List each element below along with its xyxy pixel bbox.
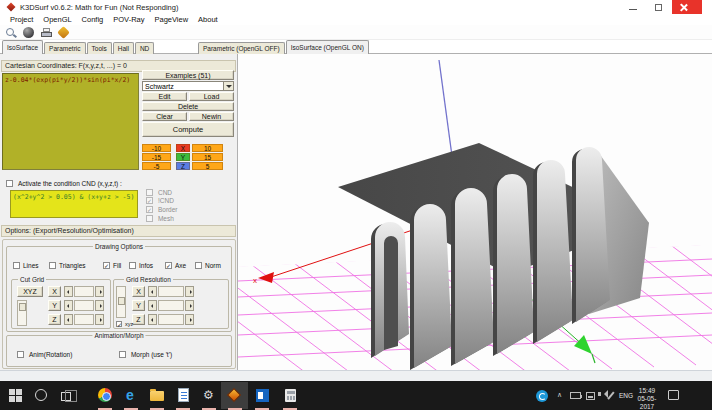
photos-app-icon[interactable] xyxy=(256,389,269,402)
chevron-down-icon[interactable] xyxy=(223,82,233,90)
cutgrid-y-slider[interactable] xyxy=(74,300,94,311)
maximize-button[interactable] xyxy=(648,0,670,15)
cutgrid-z-slider[interactable] xyxy=(74,314,94,325)
examples-button[interactable]: Examples (51) xyxy=(142,70,234,80)
cutgrid-z-right-arrow-icon[interactable] xyxy=(95,314,104,325)
tab-parametric-opengl-off[interactable]: Parametric (OpenGL OFF) xyxy=(198,42,285,54)
formula-editor[interactable]: z-0.04*(exp(pi*y/2))*sin(pi*x/2) xyxy=(2,73,139,170)
norm-checkbox[interactable] xyxy=(195,262,202,269)
display-icon[interactable] xyxy=(586,392,595,400)
gridres-x-slider[interactable] xyxy=(158,286,184,297)
gridres-y-left-arrow-icon[interactable] xyxy=(148,300,157,311)
cutgrid-vertical-slider[interactable] xyxy=(17,300,27,326)
battery-icon[interactable] xyxy=(570,392,581,399)
calculator-icon[interactable] xyxy=(285,389,296,402)
task-view-icon[interactable] xyxy=(61,392,71,401)
cutgrid-y-left-arrow-icon[interactable] xyxy=(64,300,73,311)
edge-icon[interactable]: e xyxy=(126,388,134,402)
cortana-search-icon[interactable] xyxy=(35,389,47,401)
cutgrid-x-button[interactable]: X xyxy=(48,286,61,297)
x-max-cell[interactable]: 10 xyxy=(192,144,223,152)
tab-tools[interactable]: Tools xyxy=(87,42,112,54)
gridres-z-left-arrow-icon[interactable] xyxy=(148,314,157,325)
notifications-icon[interactable] xyxy=(668,390,679,400)
cnd-activate-checkbox[interactable] xyxy=(6,180,13,187)
close-button[interactable] xyxy=(672,0,702,15)
notcnd-checkbox[interactable]: ✓ xyxy=(146,197,153,204)
triangles-checkbox[interactable] xyxy=(49,262,56,269)
tab-parametric[interactable]: Parametric xyxy=(44,42,85,54)
menu-opengl[interactable]: OpenGL xyxy=(39,14,75,25)
cutgrid-z-button[interactable]: Z xyxy=(48,314,61,325)
language-indicator[interactable]: ENG xyxy=(619,392,633,399)
tab-nd[interactable]: ND xyxy=(135,42,154,54)
chrome-icon[interactable] xyxy=(98,388,112,402)
menu-project[interactable]: Project xyxy=(6,14,37,25)
cnd-flag-cnd: CND xyxy=(146,188,172,196)
tab-isosurface[interactable]: IsoSurface xyxy=(2,40,43,54)
gridres-y-button[interactable]: Y xyxy=(132,300,145,311)
gridres-vertical-slider[interactable] xyxy=(116,286,126,318)
xyz-link-checkbox[interactable]: ✓ xyxy=(116,321,122,327)
lines-checkbox[interactable] xyxy=(13,262,20,269)
taskbar-clock[interactable]: 15:49 05-05-2017 xyxy=(633,387,661,410)
cutgrid-x-slider[interactable] xyxy=(74,286,94,297)
gridres-z-slider[interactable] xyxy=(158,314,184,325)
cutgrid-y-right-arrow-icon[interactable] xyxy=(95,300,104,311)
grid-resolution-group: Grid Resolution X Y Z ✓xyz xyxy=(113,279,229,329)
gridres-x-left-arrow-icon[interactable] xyxy=(148,286,157,297)
minimize-button[interactable] xyxy=(622,0,644,15)
gridres-x-button[interactable]: X xyxy=(132,286,145,297)
pen-icon[interactable] xyxy=(607,392,614,400)
fill-checkbox[interactable]: ✓ xyxy=(103,262,110,269)
cutgrid-x-left-arrow-icon[interactable] xyxy=(64,286,73,297)
settings-gear-icon[interactable]: ⚙ xyxy=(203,388,214,402)
menu-about[interactable]: About xyxy=(194,14,222,25)
cutgrid-x-right-arrow-icon[interactable] xyxy=(95,286,104,297)
axe-checkbox[interactable]: ✓ xyxy=(165,262,172,269)
tab-hall[interactable]: Hall xyxy=(113,42,134,54)
tab-isosurface-opengl-on[interactable]: IsoSurface (OpenGL ON) xyxy=(286,40,369,54)
start-button-icon[interactable] xyxy=(9,389,22,402)
povray-icon[interactable] xyxy=(58,27,70,39)
example-dropdown[interactable]: Schwartz xyxy=(142,81,234,91)
compute-button[interactable]: Compute xyxy=(142,122,234,137)
z-min-cell[interactable]: -5 xyxy=(142,162,171,170)
cutgrid-y-button[interactable]: Y xyxy=(48,300,61,311)
file-explorer-icon[interactable] xyxy=(150,391,164,401)
magnifier-icon[interactable] xyxy=(5,27,17,39)
border-checkbox[interactable]: ✓ xyxy=(146,206,153,213)
mesh-checkbox[interactable] xyxy=(146,215,153,222)
x-min-cell[interactable]: -10 xyxy=(142,144,171,152)
gridres-y-right-arrow-icon[interactable] xyxy=(185,300,194,311)
infos-checkbox[interactable] xyxy=(129,262,136,269)
delete-button[interactable]: Delete xyxy=(142,102,234,111)
y-max-cell[interactable]: 15 xyxy=(192,153,223,161)
hidden-icons-chevron-icon[interactable]: ∧ xyxy=(557,390,562,400)
cnd-checkbox[interactable] xyxy=(146,189,153,196)
clear-button[interactable]: Clear xyxy=(142,112,187,121)
sphere-icon[interactable] xyxy=(23,27,35,39)
morph-checkbox[interactable] xyxy=(119,351,126,358)
cnd-formula-editor[interactable]: (x^2+y^2 > 0.05) & (x+y+z > -5) xyxy=(10,190,138,218)
menu-config[interactable]: Config xyxy=(78,14,108,25)
tray-app-icon[interactable] xyxy=(536,390,548,402)
cutgrid-z-left-arrow-icon[interactable] xyxy=(64,314,73,325)
newin-button[interactable]: Newin xyxy=(189,112,234,121)
cutgrid-xyz-button[interactable]: XYZ xyxy=(17,286,43,297)
opengl-viewport[interactable]: x xyxy=(238,54,712,370)
gridres-z-button[interactable]: Z xyxy=(132,314,145,325)
anim-rotation-checkbox[interactable] xyxy=(17,351,24,358)
load-button[interactable]: Load xyxy=(189,92,234,101)
printer-icon[interactable] xyxy=(41,27,53,39)
menu-povray[interactable]: POV-Ray xyxy=(109,14,148,25)
document-icon[interactable] xyxy=(178,388,189,402)
menu-pageview[interactable]: PageView xyxy=(150,14,192,25)
y-min-cell[interactable]: -15 xyxy=(142,153,171,161)
z-max-cell[interactable]: 5 xyxy=(192,162,223,170)
edit-button[interactable]: Edit xyxy=(142,92,187,101)
gridres-x-right-arrow-icon[interactable] xyxy=(185,286,194,297)
volume-icon[interactable] xyxy=(598,392,601,396)
gridres-z-right-arrow-icon[interactable] xyxy=(185,314,194,325)
gridres-y-slider[interactable] xyxy=(158,300,184,311)
